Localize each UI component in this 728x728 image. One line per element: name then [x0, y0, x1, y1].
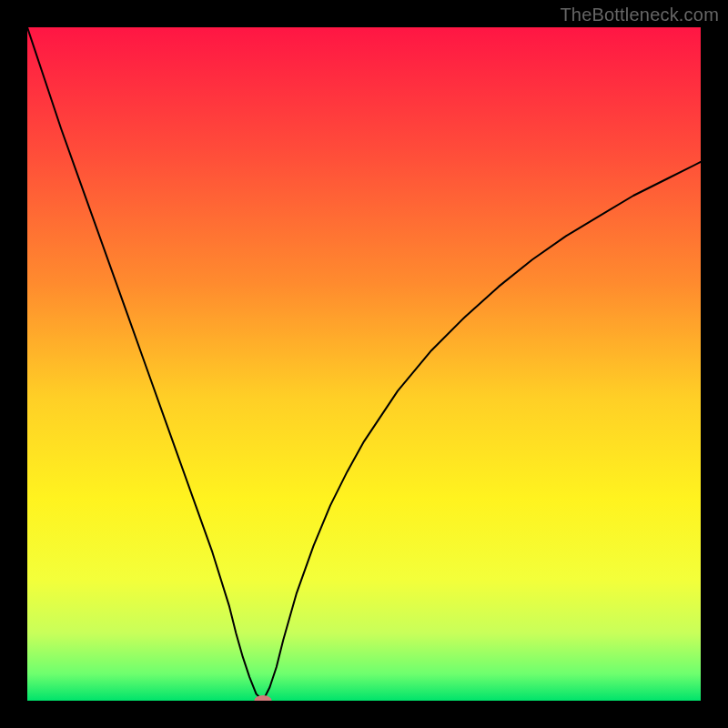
chart-svg [27, 27, 701, 701]
plot-area [27, 27, 701, 701]
gradient-background [27, 27, 701, 701]
watermark-text: TheBottleneck.com [560, 5, 719, 25]
chart-frame: TheBottleneck.com [0, 0, 728, 728]
